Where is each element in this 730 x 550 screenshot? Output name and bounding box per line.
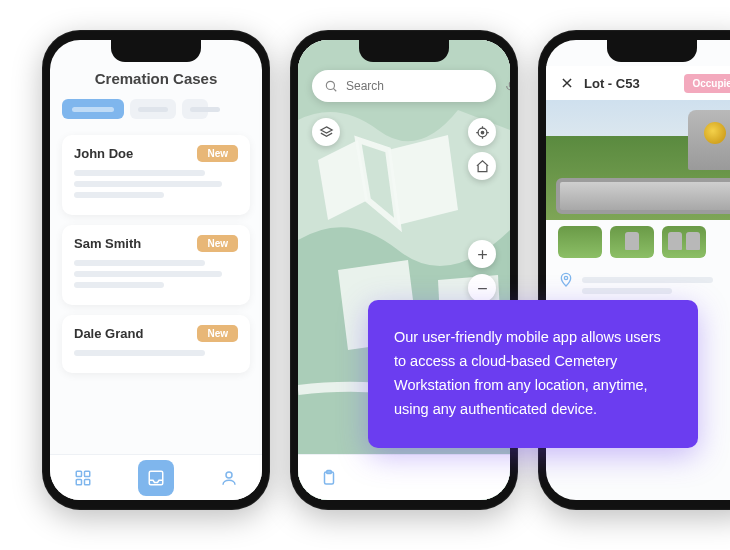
svg-rect-2 <box>76 479 81 484</box>
lot-header: Lot - C53 Occupied <box>546 66 730 100</box>
callout-text: Our user-friendly mobile app allows user… <box>394 329 661 417</box>
status-badge-new: New <box>197 325 238 342</box>
nav-grid-icon[interactable] <box>72 467 94 489</box>
locate-button[interactable] <box>468 118 496 146</box>
thumbnail[interactable] <box>662 226 706 258</box>
location-row <box>558 272 730 299</box>
zoom-in-button[interactable] <box>468 240 496 268</box>
marketing-callout: Our user-friendly mobile app allows user… <box>368 300 698 448</box>
phone-notch <box>111 40 201 62</box>
nav-profile-icon[interactable] <box>218 467 240 489</box>
photo-thumbnails <box>558 226 706 258</box>
placeholder-lines <box>74 350 238 356</box>
phone-notch <box>359 40 449 62</box>
search-bar[interactable] <box>312 70 496 102</box>
case-name: John Doe <box>74 146 133 161</box>
location-pin-icon <box>558 272 574 288</box>
thumbnail[interactable] <box>610 226 654 258</box>
case-name: Sam Smith <box>74 236 141 251</box>
filter-tab-active[interactable] <box>62 99 124 119</box>
status-badge-new: New <box>197 235 238 252</box>
placeholder-lines <box>74 260 238 288</box>
phone-cremation-cases: Cremation Cases John Doe New Sam Smith N… <box>42 30 270 510</box>
case-card[interactable]: Sam Smith New <box>62 225 250 305</box>
phone-notch <box>607 40 697 62</box>
svg-rect-3 <box>85 479 90 484</box>
filter-tab-2[interactable] <box>130 99 176 119</box>
thumbnail[interactable] <box>558 226 602 258</box>
status-badge-occupied: Occupied <box>684 74 730 93</box>
case-name: Dale Grand <box>74 326 143 341</box>
nav-clipboard-icon[interactable] <box>318 467 340 489</box>
svg-point-10 <box>481 131 484 134</box>
bottom-nav <box>50 454 262 500</box>
screen-cases: Cremation Cases John Doe New Sam Smith N… <box>50 40 262 500</box>
placeholder-lines <box>74 170 238 198</box>
status-badge-new: New <box>197 145 238 162</box>
svg-point-13 <box>564 276 567 279</box>
close-icon[interactable] <box>558 74 576 92</box>
case-card[interactable]: Dale Grand New <box>62 315 250 373</box>
search-icon <box>324 79 338 93</box>
placeholder-lines <box>582 272 730 299</box>
filter-tab-3[interactable] <box>182 99 208 119</box>
mic-icon[interactable] <box>504 80 510 93</box>
filter-tabs <box>50 95 262 129</box>
svg-point-5 <box>226 472 232 478</box>
nav-inbox-icon[interactable] <box>138 460 174 496</box>
svg-rect-1 <box>85 471 90 476</box>
svg-point-7 <box>326 81 334 89</box>
svg-rect-0 <box>76 471 81 476</box>
bottom-nav <box>298 454 510 500</box>
layers-button[interactable] <box>312 118 340 146</box>
lot-title: Lot - C53 <box>584 76 676 91</box>
case-card[interactable]: John Doe New <box>62 135 250 215</box>
svg-rect-8 <box>509 81 510 87</box>
zoom-out-button[interactable] <box>468 274 496 302</box>
home-button[interactable] <box>468 152 496 180</box>
lot-photo[interactable] <box>546 100 730 220</box>
search-input[interactable] <box>346 79 496 93</box>
